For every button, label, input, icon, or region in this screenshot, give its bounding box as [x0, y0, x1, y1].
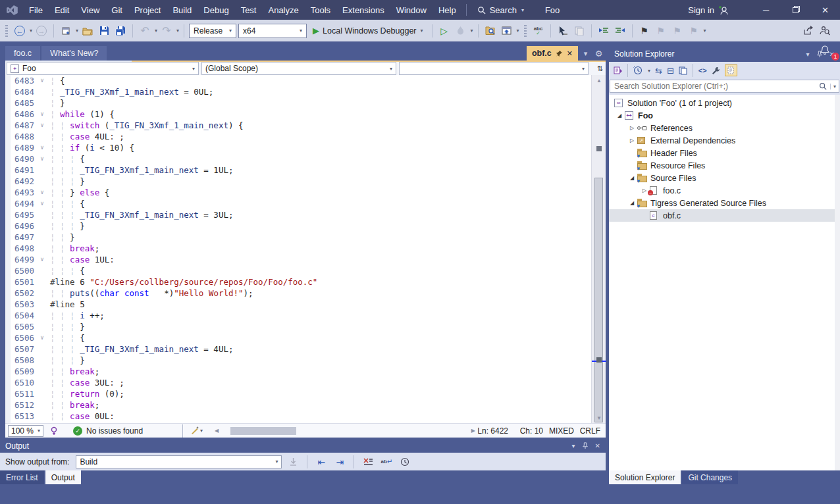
menu-file[interactable]: File: [23, 0, 49, 20]
new-project-dropdown[interactable]: ▾: [76, 28, 78, 34]
fold-collapse-icon[interactable]: ∨: [34, 142, 50, 153]
code-line[interactable]: 6493∨¦ ¦ } else {: [5, 187, 591, 198]
clear-bookmarks-button[interactable]: ⚑: [687, 24, 701, 38]
fold-collapse-icon[interactable]: ∨: [34, 198, 50, 209]
navigate-forward-button[interactable]: →: [34, 24, 49, 38]
expander-open-icon[interactable]: ◢: [614, 113, 625, 118]
find-in-files-button[interactable]: [483, 24, 498, 38]
properties-wrench-icon[interactable]: [712, 66, 720, 75]
window-position-dropdown[interactable]: ▾: [806, 51, 810, 58]
bookmarks-dropdown[interactable]: ▾: [704, 28, 706, 34]
next-bookmark-button[interactable]: ⚑: [670, 24, 685, 38]
tree-item-tigress-generated[interactable]: ◢ ▼ Tigress Generated Source Files: [609, 197, 840, 209]
code-line[interactable]: 6508¦ ¦ ¦ }: [5, 355, 591, 366]
tab-whats-new[interactable]: What's New?: [41, 46, 107, 61]
open-file-button[interactable]: [80, 24, 95, 38]
hot-reload-button[interactable]: [454, 24, 468, 38]
save-button[interactable]: [97, 24, 111, 38]
clear-all-button[interactable]: [361, 455, 375, 469]
spell-check-button[interactable]: abc✓: [531, 24, 546, 38]
menu-window[interactable]: Window: [390, 0, 433, 20]
window-position-dropdown[interactable]: ▾: [572, 442, 575, 449]
show-all-files-icon[interactable]: [725, 64, 737, 76]
fold-collapse-icon[interactable]: ∨: [34, 75, 50, 86]
code-line[interactable]: 6488¦ ¦ case 4UL: ;: [5, 131, 591, 142]
tree-item-references[interactable]: ▷ References: [609, 122, 840, 134]
code-cleanup-dropdown[interactable]: ▾: [200, 428, 203, 434]
send-feedback-button[interactable]: [818, 24, 832, 38]
sync-with-active-document-icon[interactable]: ⇆: [655, 66, 662, 76]
clone-code-button[interactable]: [572, 24, 587, 38]
scroll-lock-icon[interactable]: [286, 455, 300, 469]
decrease-indent-button[interactable]: [596, 24, 611, 38]
timestamp-button[interactable]: [398, 455, 412, 469]
menu-help[interactable]: Help: [433, 0, 462, 20]
code-line[interactable]: 6513¦ ¦ case 0UL:: [5, 411, 591, 422]
share-button[interactable]: [801, 24, 816, 38]
search-box[interactable]: Search ▾: [471, 5, 531, 15]
suggestion-icon[interactable]: [50, 426, 59, 436]
tab-options-gear-icon[interactable]: ⚙: [593, 46, 604, 61]
start-debugging-button[interactable]: ▶ Local Windows Debugger ▾: [309, 26, 427, 36]
code-line[interactable]: 6496¦ ¦ ¦ }: [5, 220, 591, 232]
code-line[interactable]: 6495¦ ¦ ¦ _TIG_FN_3Xmf_1_main_next = 3UL…: [5, 209, 591, 220]
document-health-indicator[interactable]: ✓ No issues found: [73, 426, 143, 436]
hscrollbar-thumb[interactable]: [230, 427, 296, 435]
member-scope-dropdown[interactable]: ▾: [399, 62, 589, 75]
code-editor[interactable]: 6483∨¦ {6484¦ _TIG_FN_3Xmf_1_main_next =…: [5, 75, 591, 423]
solution-explorer-title-bar[interactable]: Solution Explorer ▾ ✕: [609, 46, 840, 62]
expander-closed-icon[interactable]: ▷: [627, 138, 637, 143]
navigate-to-button[interactable]: [556, 24, 570, 38]
notifications-button[interactable]: 1: [814, 41, 836, 59]
redo-button[interactable]: ↷: [159, 24, 174, 38]
code-line[interactable]: 6505¦ ¦ ¦ }: [5, 321, 591, 332]
scrollbar-thumb[interactable]: [594, 178, 603, 422]
code-line[interactable]: 6487∨¦ ¦ switch (_TIG_FN_3Xmf_1_main_nex…: [5, 120, 591, 131]
code-line[interactable]: 6491¦ ¦ ¦ _TIG_FN_3Xmf_1_main_next = 1UL…: [5, 164, 591, 176]
undo-button[interactable]: ↶: [138, 24, 152, 38]
switch-views-icon[interactable]: [613, 66, 622, 75]
menu-debug[interactable]: Debug: [197, 0, 234, 20]
menu-tools[interactable]: Tools: [305, 0, 336, 20]
pin-icon[interactable]: [556, 50, 563, 57]
tab-output[interactable]: Output: [45, 470, 81, 484]
tree-item-source-files[interactable]: ◢ ▼ Source Files: [609, 172, 840, 184]
split-window-button[interactable]: ⇅: [597, 64, 603, 73]
tree-item-project-foo[interactable]: ◢ ++ Foo: [609, 109, 840, 122]
toolbar-grip-2[interactable]: [524, 25, 527, 37]
code-line[interactable]: 6512¦ ¦ break;: [5, 399, 591, 411]
tree-item-external-dependencies[interactable]: ▷ ↗ External Dependencies: [609, 134, 840, 147]
code-line[interactable]: 6511¦ ¦ return (0);: [5, 388, 591, 399]
code-line[interactable]: 6507¦ ¦ ¦ _TIG_FN_3Xmf_1_main_next = 4UL…: [5, 343, 591, 355]
hot-reload-dropdown[interactable]: ▾: [471, 28, 473, 34]
editor-vertical-scrollbar[interactable]: ▲ ▼: [591, 75, 606, 423]
code-line[interactable]: 6501#line 6 "C:/Users/collberg/source/re…: [5, 276, 591, 288]
pin-icon[interactable]: [582, 442, 589, 449]
tree-item-header-files[interactable]: ▼ Header Files: [609, 147, 840, 159]
close-panel-icon[interactable]: ✕: [595, 442, 600, 449]
navigate-back-button[interactable]: ←: [13, 24, 27, 38]
tab-list-dropdown[interactable]: ▾: [580, 46, 591, 61]
expander-closed-icon[interactable]: ▷: [627, 125, 637, 131]
sign-in-button[interactable]: Sign in: [681, 5, 735, 15]
project-scope-dropdown[interactable]: +Foo ▾: [7, 62, 199, 75]
tab-error-list[interactable]: Error List: [0, 470, 44, 484]
tree-item-resource-files[interactable]: ▼ Resource Files: [609, 159, 840, 172]
toggle-bookmark-button[interactable]: ⚑: [637, 24, 652, 38]
code-line[interactable]: 6498¦ ¦ break;: [5, 243, 591, 254]
toolbar-grip[interactable]: [5, 25, 8, 37]
code-line[interactable]: 6509¦ ¦ break;: [5, 366, 591, 377]
code-cleanup-button[interactable]: [190, 426, 199, 436]
fold-collapse-icon[interactable]: ∨: [34, 332, 50, 343]
close-tab-icon[interactable]: ✕: [567, 49, 573, 58]
view-code-icon[interactable]: <>: [698, 66, 707, 74]
previous-message-button[interactable]: ⇤: [314, 455, 328, 469]
code-line[interactable]: 6502¦ ¦ puts((char const *)"Hello World!…: [5, 288, 591, 299]
code-line[interactable]: 6483∨¦ {: [5, 75, 591, 86]
start-without-debugging-button[interactable]: ▷: [437, 24, 452, 38]
menu-test[interactable]: Test: [235, 0, 263, 20]
word-wrap-button[interactable]: ab↵: [379, 455, 394, 469]
menu-extensions[interactable]: Extensions: [336, 0, 390, 20]
close-button[interactable]: ✕: [810, 0, 840, 20]
code-line[interactable]: 6510¦ ¦ case 3UL: ;: [5, 377, 591, 388]
